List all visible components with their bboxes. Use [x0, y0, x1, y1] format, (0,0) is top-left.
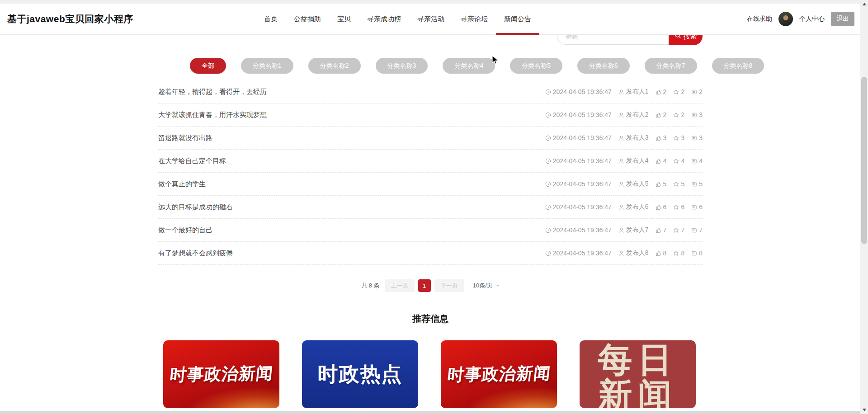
vertical-scrollbar[interactable] — [860, 0, 868, 414]
scrollbar-thumb[interactable] — [861, 77, 867, 244]
category-pill-label: 全部 — [202, 62, 214, 70]
likes-count[interactable]: 8 — [656, 249, 667, 257]
thumb-up-icon — [656, 250, 661, 256]
likes-count[interactable]: 7 — [656, 226, 667, 234]
comments-count[interactable]: 7 — [691, 226, 703, 234]
likes-count[interactable]: 3 — [656, 134, 667, 141]
next-page-button[interactable]: 下一页 — [434, 279, 464, 292]
comments-count[interactable]: 6 — [691, 203, 703, 211]
category-pill[interactable]: 分类名称8 — [712, 58, 764, 74]
likes-count[interactable]: 2 — [656, 111, 667, 118]
comments-count[interactable]: 3 — [691, 111, 703, 118]
stars-count[interactable]: 2 — [673, 111, 684, 118]
category-pill[interactable]: 全部 — [190, 58, 226, 74]
page-bottom-strip — [0, 411, 860, 414]
thumb-up-icon — [656, 227, 661, 233]
category-pill[interactable]: 分类名称1 — [241, 58, 293, 74]
news-row[interactable]: 做一个最好的自己 2024-04-05 19:36:47 发布人7 7 — [158, 219, 703, 242]
thumb-up-icon — [656, 181, 661, 187]
news-meta: 2024-04-05 19:36:47 发布人6 6 6 — [545, 203, 703, 211]
thumb-up-icon — [656, 158, 661, 164]
nav-item[interactable]: 寻亲活动 — [409, 4, 453, 34]
nav-item-label: 寻亲活动 — [417, 15, 444, 24]
prev-page-button[interactable]: 上一页 — [385, 279, 415, 292]
star-icon — [673, 250, 679, 256]
category-filter: 全部 分类名称1 分类名称2 分类名称3 分类名称4 分类名称5 分类名称6 — [190, 58, 703, 74]
news-meta: 2024-04-05 19:36:47 发布人8 8 8 — [545, 249, 703, 257]
stars-count[interactable]: 3 — [673, 134, 684, 141]
news-list: 趁着年轻，输得起，看得开，去经历 2024-04-05 19:36:47 发布人… — [158, 80, 703, 265]
user-icon — [618, 227, 624, 233]
comments-count[interactable]: 8 — [691, 249, 703, 257]
news-datetime: 2024-04-05 19:36:47 — [545, 88, 612, 95]
nav-item[interactable]: 公益捐助 — [286, 4, 329, 34]
scroll-up-arrow-icon[interactable] — [860, 0, 868, 8]
online-help-link[interactable]: 在线求助 — [747, 15, 772, 23]
clock-icon — [545, 89, 551, 95]
current-page-number[interactable]: 1 — [418, 279, 431, 292]
logout-button[interactable]: 退出 — [831, 12, 854, 26]
user-icon — [618, 112, 624, 118]
news-datetime: 2024-04-05 19:36:47 — [545, 111, 612, 118]
comments-count[interactable]: 3 — [691, 134, 703, 141]
news-publisher: 发布人7 — [618, 226, 649, 234]
comments-count[interactable]: 2 — [691, 88, 703, 95]
user-icon — [618, 181, 624, 187]
star-icon — [673, 89, 679, 95]
likes-count[interactable]: 2 — [656, 88, 667, 95]
nav-item[interactable]: 寻亲论坛 — [453, 4, 496, 34]
stars-count[interactable]: 7 — [673, 226, 684, 234]
avatar[interactable] — [778, 12, 793, 26]
recommend-card[interactable]: 时事政治新闻 有了梦想就不会感到疲倦 — [163, 340, 279, 414]
comment-icon — [691, 158, 697, 164]
nav-item[interactable]: 新闻公告 — [496, 4, 539, 34]
likes-count[interactable]: 6 — [656, 203, 667, 211]
nav-item-label: 寻亲论坛 — [461, 15, 488, 24]
thumb-up-icon — [656, 204, 661, 210]
user-icon — [618, 89, 624, 95]
news-datetime: 2024-04-05 19:36:47 — [545, 180, 612, 188]
category-pill[interactable]: 分类名称7 — [645, 58, 697, 74]
page-size-select[interactable]: 10条/页 — [473, 282, 500, 290]
category-pill[interactable]: 分类名称2 — [308, 58, 361, 74]
chevron-down-icon — [496, 285, 500, 288]
recommend-card[interactable]: 时政热点 做一个最好的自己 — [302, 340, 418, 414]
news-title: 远大的目标是成功的磁石 — [158, 203, 233, 212]
news-row[interactable]: 大学就该抓住青春，用汗水实现梦想 2024-04-05 19:36:47 发布人… — [158, 104, 703, 127]
stars-count[interactable]: 8 — [673, 249, 684, 257]
category-pill[interactable]: 分类名称4 — [443, 58, 495, 74]
news-row[interactable]: 留退路就没有出路 2024-04-05 19:36:47 发布人3 3 — [158, 127, 703, 150]
news-row[interactable]: 有了梦想就不会感到疲倦 2024-04-05 19:36:47 发布人8 8 — [158, 242, 703, 265]
news-row[interactable]: 做个真正的学生 2024-04-05 19:36:47 发布人5 5 — [158, 173, 703, 196]
recommend-card[interactable]: 时事政治新闻 远大的目标是成功的磁石 — [441, 340, 557, 414]
news-meta: 2024-04-05 19:36:47 发布人1 2 2 — [545, 88, 703, 96]
recommend-card[interactable]: 每日新闻 做个真正的学生 — [580, 340, 696, 414]
news-datetime: 2024-04-05 19:36:47 — [545, 249, 612, 257]
news-row[interactable]: 趁着年轻，输得起，看得开，去经历 2024-04-05 19:36:47 发布人… — [158, 80, 703, 104]
nav-item[interactable]: 宝贝 — [329, 4, 359, 34]
nav-item[interactable]: 首页 — [256, 4, 286, 34]
stars-count[interactable]: 6 — [673, 203, 684, 211]
star-icon — [673, 112, 679, 118]
nav-item-label: 宝贝 — [337, 15, 351, 24]
card-image-text: 时事政治新闻 — [446, 362, 552, 386]
profile-link[interactable]: 个人中心 — [799, 15, 825, 23]
news-row[interactable]: 在大学给自己定个目标 2024-04-05 19:36:47 发布人4 4 — [158, 150, 703, 173]
stars-count[interactable]: 2 — [673, 88, 684, 95]
likes-count[interactable]: 5 — [656, 180, 667, 188]
comments-count[interactable]: 5 — [691, 180, 703, 188]
news-publisher: 发布人1 — [618, 88, 649, 96]
stars-count[interactable]: 5 — [673, 180, 684, 188]
stars-count[interactable]: 4 — [673, 157, 684, 165]
star-icon — [673, 135, 679, 141]
pagination: 共 8 条 上一页 1 下一页 10条/页 — [158, 279, 703, 292]
scroll-down-arrow-icon[interactable] — [860, 406, 868, 414]
category-pill[interactable]: 分类名称6 — [577, 58, 630, 74]
likes-count[interactable]: 4 — [656, 157, 667, 165]
category-pill[interactable]: 分类名称5 — [510, 58, 562, 74]
news-row[interactable]: 远大的目标是成功的磁石 2024-04-05 19:36:47 发布人6 6 — [158, 196, 703, 219]
nav-item[interactable]: 寻亲成功榜 — [359, 4, 409, 34]
category-pill[interactable]: 分类名称3 — [376, 58, 428, 74]
category-pill-label: 分类名称6 — [589, 62, 618, 70]
comments-count[interactable]: 4 — [691, 157, 703, 165]
